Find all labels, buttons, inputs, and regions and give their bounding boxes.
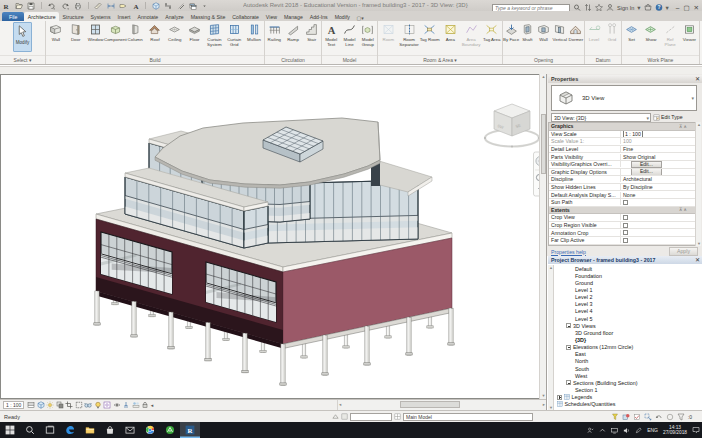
ribbon-button-stair[interactable]: Stair — [302, 22, 321, 42]
ribbon-button-tag-room[interactable]: Tag Room — [419, 22, 440, 42]
taskbar-taskview-icon[interactable] — [40, 422, 60, 438]
open-icon[interactable] — [15, 1, 23, 10]
ribbon-button-mullion[interactable]: Mullion — [244, 22, 264, 42]
apply-button[interactable]: Apply — [669, 247, 698, 256]
ribbon-button-viewer[interactable]: Viewer — [680, 22, 699, 42]
design-option-field[interactable]: Main Model — [403, 413, 533, 421]
worksets-icon[interactable] — [332, 413, 339, 420]
property-value-input[interactable]: 1 : 100 — [623, 131, 643, 138]
scroll-left-icon[interactable]: ◂ — [339, 400, 341, 410]
property-row[interactable]: Default Analysis Display S...None — [549, 191, 695, 199]
ribbon-button-area-boundary[interactable]: Area Boundary — [461, 22, 482, 47]
section-pin-icon[interactable]: ⊼ ∧ — [679, 207, 687, 212]
notification-center-icon[interactable] — [692, 426, 700, 434]
tab-systems[interactable]: Systems — [87, 12, 114, 22]
visual-style-icon[interactable] — [37, 401, 45, 409]
property-checkbox[interactable] — [623, 230, 628, 235]
section-pin-icon[interactable]: ⊼ ∧ — [679, 124, 687, 129]
tree-item[interactable]: Level 5 — [555, 315, 701, 322]
tray-volume-icon[interactable] — [623, 427, 630, 434]
type-selector-dropdown-icon[interactable]: ▾ — [691, 95, 694, 101]
scroll-up-icon[interactable]: ▲ — [697, 122, 701, 127]
ribbon-button-model-line[interactable]: Model Line — [340, 22, 358, 47]
scroll-up-icon[interactable]: ▲ — [549, 265, 553, 270]
tab-view[interactable]: View — [262, 12, 280, 22]
crop-view-icon[interactable] — [65, 401, 73, 409]
collapse-icon[interactable] — [566, 345, 571, 350]
tree-item[interactable]: Sections (Building Section) — [555, 379, 701, 386]
section-header-graphics[interactable]: Graphics⊼ ∧ — [549, 123, 695, 131]
workset-status-icon[interactable] — [341, 413, 348, 420]
project-browser-close-icon[interactable]: ✕ — [695, 256, 700, 264]
press-drag-icon[interactable] — [644, 413, 652, 421]
ribbon-button-area[interactable]: Area — [440, 22, 461, 42]
property-checkbox[interactable] — [623, 215, 628, 220]
vcbar-more-icon[interactable]: ◂ — [151, 402, 154, 408]
tree-item[interactable]: Section 1 — [555, 386, 701, 393]
type-selector[interactable]: 3D View▾ — [551, 85, 697, 111]
tab-modify[interactable]: Modify — [331, 12, 353, 22]
edit-button[interactable]: Edit... — [631, 161, 662, 168]
tab-annotate[interactable]: Annotate — [134, 12, 162, 22]
tree-item[interactable]: Ground — [555, 279, 701, 286]
sun-path-icon[interactable] — [46, 401, 54, 409]
tab-analyze[interactable]: Analyze — [162, 12, 187, 22]
taskbar-autodesk-app-icon[interactable] — [160, 422, 180, 438]
ribbon-button-curtain-grid[interactable]: Curtain Grid — [224, 22, 244, 47]
properties-header[interactable]: Properties✕ — [548, 75, 702, 83]
edit-type-button[interactable]: Edit Type — [653, 113, 697, 122]
taskbar-mail-icon[interactable] — [120, 422, 140, 438]
section-header-extents[interactable]: Extents⊼ ∧ — [549, 207, 695, 215]
property-row[interactable]: DisciplineArchitectural — [549, 176, 695, 184]
ribbon-button-level[interactable]: Level — [585, 22, 603, 42]
view-lock-icon[interactable] — [141, 401, 149, 409]
project-browser-header[interactable]: Project Browser - framed building3 - 201… — [548, 256, 702, 264]
tray-pen-icon[interactable] — [635, 427, 642, 434]
design-options-icon[interactable] — [394, 413, 401, 420]
redo-icon[interactable] — [61, 1, 70, 10]
tab-manage[interactable]: Manage — [281, 12, 307, 22]
property-value[interactable]: Show Original — [621, 153, 695, 160]
undo-icon[interactable] — [47, 1, 56, 10]
scroll-down-icon[interactable]: ▼ — [697, 241, 701, 246]
ribbon-button-room-separator[interactable]: Room Separator — [399, 22, 420, 47]
tree-item[interactable]: Level 2 — [555, 294, 701, 301]
selection-filter-icon[interactable] — [677, 413, 685, 421]
tree-item[interactable]: Schedules/Quantities — [555, 401, 701, 408]
expand-icon[interactable] — [557, 395, 562, 400]
measure-icon[interactable] — [94, 1, 102, 10]
tree-item[interactable]: Level 3 — [555, 301, 701, 308]
properties-help-link[interactable]: Properties help — [551, 249, 586, 255]
property-value[interactable]: Fine — [621, 146, 695, 153]
shadows-icon[interactable] — [56, 401, 64, 409]
ribbon-button-set[interactable]: Set — [622, 22, 641, 42]
ribbon-button-roof[interactable]: Roof — [145, 22, 165, 42]
property-row[interactable]: Graphic Display OptionsEdit... — [549, 169, 695, 177]
property-value[interactable]: By Discipline — [621, 184, 695, 191]
property-value[interactable]: None — [621, 191, 695, 198]
tray-display-icon[interactable] — [611, 427, 618, 434]
tag-icon[interactable] — [119, 1, 127, 10]
section-icon[interactable] — [164, 1, 172, 10]
ribbon-button-door[interactable]: Door — [66, 22, 86, 42]
taskbar-revit-icon[interactable]: R — [180, 422, 200, 438]
background-process-icon[interactable] — [666, 413, 674, 421]
ribbon-button-model-text[interactable]: AModel Text — [322, 22, 340, 47]
property-row[interactable]: Show Hidden LinesBy Discipline — [549, 184, 695, 192]
default-3d-view-icon[interactable] — [152, 1, 160, 10]
tray-language[interactable]: ENG — [647, 427, 658, 433]
temporary-view-properties-icon[interactable] — [103, 401, 111, 409]
ribbon-button-floor[interactable]: Floor — [185, 22, 205, 42]
close-hidden-windows-icon[interactable] — [189, 1, 197, 10]
ribbon-button-curtain-system[interactable]: Curtain System — [205, 22, 225, 47]
hscrollbar-thumb[interactable] — [400, 401, 460, 408]
property-row[interactable]: Crop View — [549, 214, 695, 222]
property-row[interactable]: Visibility/Graphics Overri...Edit... — [549, 161, 695, 169]
tree-item[interactable]: East — [555, 351, 701, 358]
tree-item[interactable]: {3D} — [555, 336, 701, 343]
tray-clock[interactable]: 14:1327/09/2018 — [663, 425, 687, 436]
temporary-hide-isolate-icon[interactable] — [84, 401, 92, 409]
edit-in-progress-icon[interactable] — [622, 413, 630, 421]
ribbon-button-component[interactable]: Component — [105, 22, 125, 42]
ribbon-button-show[interactable]: Show — [641, 22, 660, 42]
